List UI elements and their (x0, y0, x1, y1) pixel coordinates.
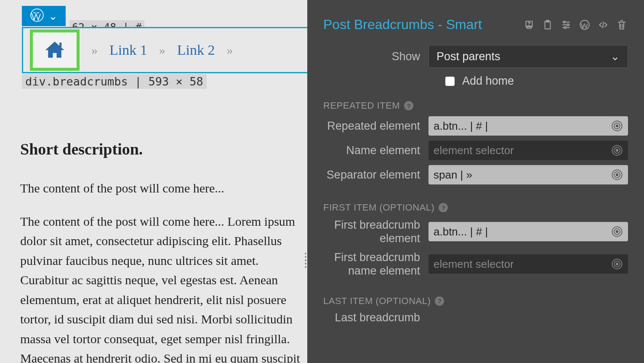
section-first-item: FIRST ITEM (OPTIONAL) (323, 202, 434, 213)
first-breadcrumb-name-element-field[interactable]: element selector (428, 254, 628, 274)
svg-point-17 (616, 174, 618, 176)
content-heading: Short description. (20, 140, 307, 158)
svg-point-7 (564, 27, 566, 28)
wordpress-icon (30, 8, 44, 24)
show-label: Show (323, 50, 428, 63)
show-select[interactable]: Post parents ⌄ (428, 45, 628, 68)
section-last-item: LAST ITEM (OPTIONAL) (323, 296, 431, 307)
svg-point-2 (529, 25, 530, 26)
help-icon[interactable]: ? (404, 101, 413, 110)
content-paragraph: The content of the post will come here..… (20, 212, 307, 363)
breadcrumbs-outline[interactable]: » Link 1 » Link 2 » (22, 27, 307, 73)
svg-rect-1 (59, 43, 61, 47)
content-paragraph: The content of the post will come here..… (20, 179, 307, 198)
target-icon[interactable] (611, 226, 623, 238)
help-icon[interactable] (523, 19, 535, 31)
element-info-bottom: div.breadcrumbs | 593 × 58 (22, 74, 207, 89)
inspector-panel: Post Breadcrumbs - Smart Show Post paren… (307, 0, 644, 363)
panel-title: Post Breadcrumbs - Smart (323, 17, 482, 32)
breadcrumb-link-1[interactable]: Link 1 (109, 42, 147, 58)
breadcrumb-link-2[interactable]: Link 2 (177, 42, 215, 58)
trash-icon[interactable] (615, 19, 628, 31)
help-icon[interactable]: ? (439, 203, 448, 212)
name-element-field[interactable]: element selector (428, 141, 628, 160)
add-home-checkbox[interactable] (445, 77, 455, 86)
svg-point-6 (567, 24, 569, 25)
clipboard-icon[interactable] (541, 19, 554, 31)
section-repeated-item: REPEATED ITEM (323, 100, 400, 111)
separator-element-field[interactable]: span | » (428, 165, 628, 184)
help-icon[interactable]: ? (435, 296, 444, 306)
last-breadcrumb-label: Last breadcrumb (323, 311, 428, 324)
breadcrumb-home[interactable] (30, 29, 80, 71)
breadcrumb-separator: » (159, 43, 165, 57)
target-icon[interactable] (611, 169, 623, 181)
svg-point-5 (564, 21, 565, 23)
first-breadcrumb-element-field[interactable]: a.btn... | # | (428, 222, 628, 241)
svg-point-20 (616, 231, 618, 233)
target-icon[interactable] (611, 144, 623, 156)
breadcrumb-separator: » (226, 43, 233, 57)
wordpress-icon[interactable] (578, 19, 591, 31)
sliders-icon[interactable] (560, 19, 572, 31)
svg-point-23 (616, 263, 618, 265)
show-value: Post parents (436, 50, 500, 63)
target-icon[interactable] (611, 258, 623, 270)
add-home-label: Add home (462, 75, 514, 88)
breadcrumb-separator: » (91, 43, 98, 57)
svg-point-11 (616, 125, 618, 127)
first-breadcrumb-name-element-label: First breadcrumb name element (323, 251, 428, 278)
separator-element-label: Separator element (323, 168, 428, 182)
wp-dropdown[interactable]: ⌄ (22, 6, 66, 26)
chevron-down-icon: ⌄ (610, 50, 620, 63)
chevron-down-icon: ⌄ (48, 10, 58, 23)
repeated-element-label: Repeated element (323, 119, 428, 133)
svg-point-14 (616, 149, 618, 152)
code-icon[interactable] (597, 19, 609, 31)
name-element-label: Name element (323, 144, 428, 157)
home-icon (42, 39, 68, 61)
first-breadcrumb-element-label: First breadcrumb element (323, 218, 428, 246)
repeated-element-field[interactable]: a.btn... | # | (428, 116, 628, 136)
preview-canvas: ⌄ 62 × 48 | # » Link 1 » Link 2 » div.br… (0, 0, 307, 363)
target-icon[interactable] (611, 120, 623, 132)
